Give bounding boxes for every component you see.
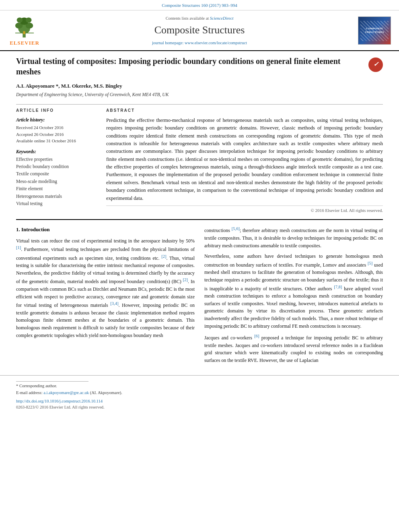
keyword-4: Meso-scale modelling [16,178,97,185]
abstract-text: Predicting the effective thermo-mechanic… [106,117,383,202]
composite-structures-logo: COMPOSITE STRUCTURES [358,16,391,45]
keyword-1: Effective properties [16,156,97,163]
homepage-url[interactable]: www.elsevier.com/locate/compstruct [185,41,247,45]
keywords-block: Keywords: Effective properties Periodic … [16,148,97,207]
article-area: Virtual testing of composites: Imposing … [0,51,399,376]
journal-header-center: Contents lists available at ScienceDirec… [47,16,352,46]
corresponding-author-note: * Corresponding author. [16,383,383,389]
received-date: Received 24 October 2016 [16,124,97,131]
logo-text: COMPOSITE STRUCTURES [358,27,391,34]
accepted-date: Accepted 26 October 2016 [16,131,97,138]
crossmark-icon: ✓ [368,58,383,72]
elsevier-logo-area: ELSEVIER [6,14,43,47]
journal-top-bar: Composite Structures 160 (2017) 983–994 [0,0,399,10]
email-link[interactable]: a.i.akpoyomare@gre.ac.uk [43,390,89,395]
ref-5-6[interactable]: [5,6] [232,226,240,231]
crossmark-badge[interactable]: ✓ [368,58,383,72]
sciencedirect-link[interactable]: ScienceDirect [210,16,234,21]
sciencedirect-line: Contents lists available at ScienceDirec… [47,16,352,22]
svg-point-5 [17,18,23,23]
keyword-5: Finite element [16,185,97,192]
svg-rect-8 [23,31,25,34]
ref-1[interactable]: [1] [16,245,21,250]
available-date: Available online 31 October 2016 [16,138,97,144]
divider [16,104,383,105]
history-label: Article history: [16,117,97,123]
ref-7-8[interactable]: [7,8] [334,285,342,289]
article-history: Article history: Received 24 October 201… [16,117,97,144]
section1-heading: 1. Introduction [16,226,195,234]
journal-citation: Composite Structures 160 (2017) 983–994 [162,3,237,8]
body-col-right: constructions [5,6]; therefore arbitrary… [204,226,383,367]
ref-3-4[interactable]: [3,4] [110,301,118,306]
abstract-column: ABSTRACT Predicting the effective thermo… [106,108,383,214]
copyright-line: © 2016 Elsevier Ltd. All rights reserved… [106,205,383,214]
issn-line: 0263-8223/© 2016 Elsevier Ltd. All right… [16,405,105,409]
doi-link[interactable]: http://dx.doi.org/10.1016/j.compstruct.2… [16,399,103,403]
info-abstract-columns: ARTICLE INFO Article history: Received 2… [16,108,383,214]
authors-line: A.I. Akpoyomare *, M.I. Okereke, M.S. Bi… [16,82,383,90]
keyword-7: Virtual testing [16,200,97,207]
author-name: A.I. Akpoyomare *, M.I. Okereke, M.S. Bi… [16,83,122,89]
body-para-3: Nevertheless, some authors have devised … [204,253,383,330]
body-divider [16,219,383,220]
svg-point-6 [26,18,32,23]
elsevier-tree-icon [10,14,39,39]
elsevier-wordmark: ELSEVIER [10,39,39,47]
elsevier-logo: ELSEVIER [6,14,43,47]
article-info-column: ARTICLE INFO Article history: Received 2… [16,108,97,214]
keywords-label: Keywords: [16,148,97,155]
keyword-3: Textile composite [16,170,97,177]
affiliation: Department of Engineering Science, Unive… [16,91,383,98]
journal-title: Composite Structures [47,23,352,37]
body-para-2: constructions [5,6]; therefore arbitrary… [204,226,383,249]
ref-2b[interactable]: [2] [183,277,188,282]
body-col-left: 1. Introduction Virtual tests can reduce… [16,226,195,367]
doi-area: http://dx.doi.org/10.1016/j.compstruct.2… [0,397,399,413]
keyword-2: Periodic boundary condition [16,163,97,170]
article-info-label: ARTICLE INFO [16,108,97,113]
article-title-section: Virtual testing of composites: Imposing … [16,56,383,78]
journal-logo-area: COMPOSITE STRUCTURES [356,16,393,45]
journal-header: ELSEVIER Contents lists available at Sci… [0,10,399,51]
article-title: Virtual testing of composites: Imposing … [16,56,364,77]
ref-2a[interactable]: [2] [161,254,166,259]
body-para-4: Jacques and co-workers [6] proposed a te… [204,333,383,364]
body-para-1: Virtual tests can reduce the cost of exp… [16,237,195,339]
abstract-label: ABSTRACT [106,108,383,113]
keyword-6: Heterogeneous materials [16,193,97,200]
journal-homepage: journal homepage: www.elsevier.com/locat… [47,40,352,46]
footnote-divider [16,381,88,382]
ref-5b[interactable]: [5] [368,261,372,265]
email-note: E-mail address: a.i.akpoyomare@gre.ac.uk… [16,390,383,396]
ref-6b[interactable]: [6] [254,334,259,338]
body-columns: 1. Introduction Virtual tests can reduce… [16,226,383,367]
footnote-area: * Corresponding author. E-mail address: … [0,375,399,396]
